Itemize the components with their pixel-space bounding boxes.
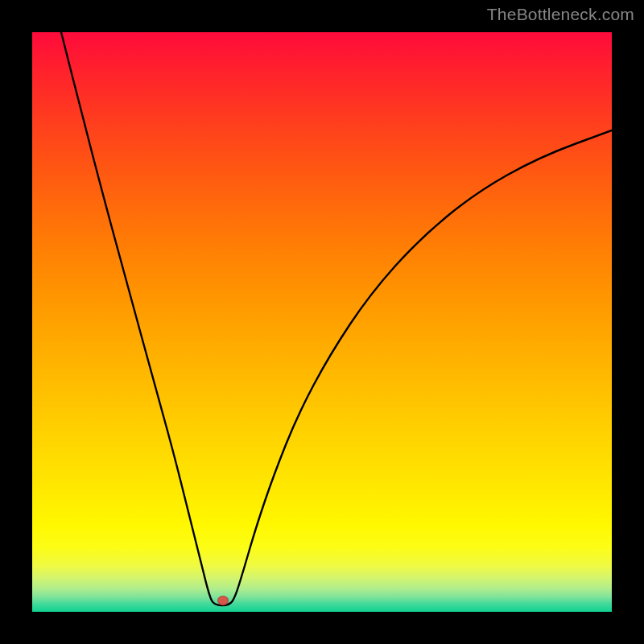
chart-frame: TheBottleneck.com	[0, 0, 644, 644]
bottleneck-curve	[32, 32, 612, 612]
trough-marker	[217, 596, 229, 605]
watermark-text: TheBottleneck.com	[487, 5, 634, 24]
plot-area	[32, 32, 612, 612]
